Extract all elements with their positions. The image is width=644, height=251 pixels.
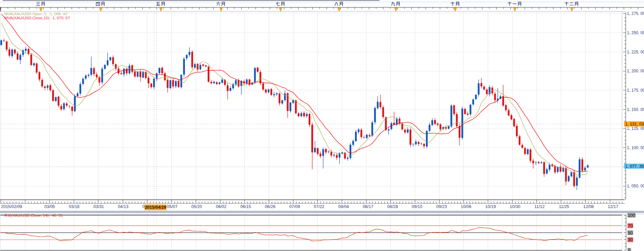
svg-text:05/07: 05/07 [167, 204, 177, 209]
svg-text:11/25: 11/25 [559, 204, 569, 209]
svg-text:2015/04/29: 2015/04/29 [145, 205, 166, 210]
svg-text:05/20: 05/20 [191, 204, 202, 209]
svg-text:10/06: 10/06 [461, 204, 471, 209]
svg-text:1, 125. 00: 1, 125. 00 [627, 126, 644, 131]
svg-text:09/23: 09/23 [436, 204, 447, 209]
svg-text:1, 225. 00: 1, 225. 00 [627, 50, 644, 54]
svg-text:0: 0 [628, 248, 630, 251]
svg-text:1, 175. 00: 1, 175. 00 [627, 88, 644, 93]
svg-text:1, 275. 00: 1, 275. 00 [627, 11, 644, 16]
svg-text:50: 50 [628, 230, 633, 235]
svg-text:12/17: 12/17 [608, 204, 618, 209]
svg-text:11/12: 11/12 [534, 204, 545, 209]
svg-text:RSI(XAU/USD.Close, 14) : 40.: RSI(XAU/USD.Close, 14) : 40. 51 [4, 213, 63, 218]
svg-text:100: 100 [628, 213, 635, 218]
svg-text:1, 050. 00: 1, 050. 00 [627, 184, 644, 188]
svg-text:2015/02/09: 2015/02/09 [1, 204, 22, 209]
svg-text:08/17: 08/17 [363, 204, 373, 209]
svg-text:10/30: 10/30 [510, 204, 520, 209]
svg-text:MVA(XAU/USD.Close,15) : 1, 07: MVA(XAU/USD.Close,15) : 1, 070. 67 [4, 16, 70, 20]
svg-text:1, 100. 00: 1, 100. 00 [627, 145, 644, 150]
svg-text:07/22: 07/22 [314, 204, 324, 209]
svg-text:1, 200. 00: 1, 200. 00 [627, 69, 644, 73]
svg-text:06/15: 06/15 [240, 204, 251, 209]
svg-text:07/09: 07/09 [289, 204, 300, 209]
svg-text:1, 150. 00: 1, 150. 00 [627, 107, 644, 112]
svg-text:06/26: 06/26 [265, 204, 275, 209]
svg-text:MVA(XAU/USD.Open,7) : 1, 068.: MVA(XAU/USD.Open,7) : 1, 068. 42 [4, 12, 67, 16]
svg-text:09/10: 09/10 [412, 204, 422, 209]
svg-text:08/28: 08/28 [387, 204, 398, 209]
svg-text:06/02: 06/02 [216, 204, 226, 209]
svg-text:03/18: 03/18 [69, 204, 79, 209]
svg-text:04/13: 04/13 [118, 204, 128, 209]
svg-text:1, 077. 35: 1, 077. 35 [625, 164, 644, 169]
svg-text:12/08: 12/08 [583, 204, 594, 209]
svg-text:10/19: 10/19 [485, 204, 496, 209]
svg-text:70: 70 [628, 223, 633, 228]
svg-text:03/31: 03/31 [93, 204, 104, 209]
svg-text:1, 131. 03: 1, 131. 03 [625, 122, 644, 127]
svg-text:30: 30 [628, 237, 633, 242]
svg-text:08/04: 08/04 [338, 204, 349, 209]
svg-text:1, 250. 00: 1, 250. 00 [627, 30, 644, 35]
svg-text:03/05: 03/05 [44, 204, 55, 209]
